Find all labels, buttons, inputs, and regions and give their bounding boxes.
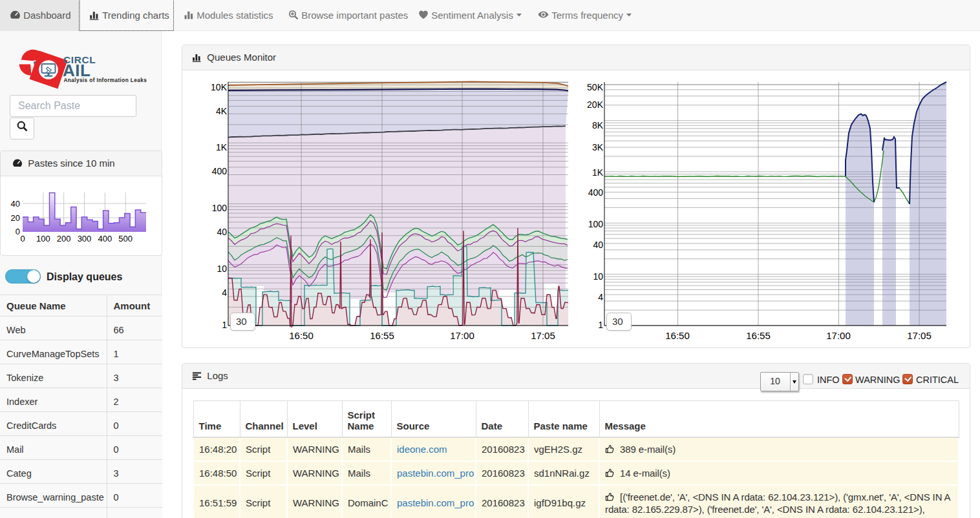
svg-text:0: 0: [16, 227, 20, 236]
svg-text:0: 0: [20, 234, 25, 243]
svg-text:10K: 10K: [211, 82, 228, 92]
svg-text:10: 10: [217, 264, 227, 274]
svg-text:40: 40: [217, 227, 227, 237]
svg-text:1: 1: [598, 320, 603, 330]
svg-text:16:55: 16:55: [370, 330, 394, 341]
svg-text:1K: 1K: [216, 142, 228, 152]
svg-text:17:00: 17:00: [450, 330, 474, 341]
svg-text:300: 300: [78, 234, 92, 243]
svg-text:100: 100: [588, 219, 604, 229]
svg-text:1: 1: [222, 320, 227, 330]
svg-text:16:50: 16:50: [665, 330, 690, 341]
svg-text:16:50: 16:50: [289, 330, 314, 341]
svg-text:20K: 20K: [587, 99, 604, 110]
svg-text:20: 20: [11, 213, 20, 223]
svg-text:Analysis of Information Leaks: Analysis of Information Leaks: [64, 78, 147, 83]
svg-text:8K: 8K: [592, 120, 604, 130]
svg-text:40: 40: [11, 199, 20, 209]
svg-text:400: 400: [588, 187, 604, 198]
svg-text:1K: 1K: [592, 167, 604, 178]
svg-text:50K: 50K: [587, 82, 604, 92]
svg-text:500: 500: [118, 234, 133, 243]
svg-text:40: 40: [593, 240, 603, 250]
svg-text:17:05: 17:05: [907, 330, 932, 341]
svg-text:4K: 4K: [216, 106, 228, 116]
svg-text:16:55: 16:55: [746, 330, 771, 341]
svg-text:200: 200: [57, 234, 71, 243]
svg-text:4: 4: [222, 287, 227, 298]
svg-text:3K: 3K: [592, 142, 604, 152]
svg-text:100: 100: [36, 234, 50, 243]
svg-text:100: 100: [212, 203, 228, 213]
svg-text:17:05: 17:05: [531, 330, 555, 341]
svg-text:17:00: 17:00: [826, 330, 851, 341]
svg-text:10: 10: [593, 271, 603, 282]
svg-text:4: 4: [598, 292, 603, 302]
svg-text:400: 400: [98, 234, 112, 243]
svg-text:400: 400: [212, 166, 228, 176]
